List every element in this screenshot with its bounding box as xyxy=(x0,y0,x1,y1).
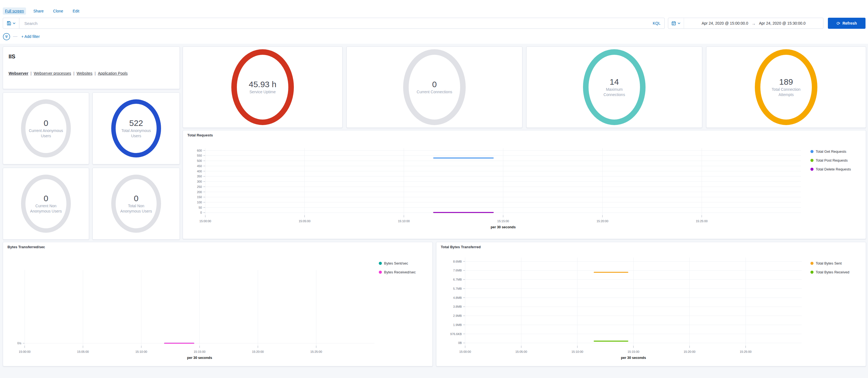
date-quick-menu-button[interactable] xyxy=(668,18,684,29)
panel-maximum-connections: 14 Maximum Connections xyxy=(526,46,702,128)
svg-text:250: 250 xyxy=(197,185,202,188)
link-application-pools[interactable]: Application Pools xyxy=(98,71,128,75)
link-separator: | xyxy=(95,71,96,75)
panel-current-connections: 0 Current Connections xyxy=(346,46,522,128)
link-websites[interactable]: Websites xyxy=(76,71,92,75)
svg-text:15:15:00: 15:15:00 xyxy=(627,350,640,353)
legend-item[interactable]: Total Delete Requests xyxy=(810,167,851,171)
svg-text:200: 200 xyxy=(197,190,202,194)
refresh-label: Refresh xyxy=(842,21,857,26)
panel-iis-links: IIS Webserver|Webserver processes|Websit… xyxy=(3,46,180,89)
total-requests-legend: Total Get Requests Total Post Requests T… xyxy=(810,149,851,171)
saved-query-menu-button[interactable] xyxy=(3,18,19,29)
legend-dot xyxy=(810,271,813,274)
svg-text:15:00:00: 15:00:00 xyxy=(199,219,211,223)
share-link[interactable]: Share xyxy=(31,7,45,15)
date-range-end[interactable]: Apr 24, 2020 @ 15:30:00.0 xyxy=(759,21,805,26)
chevron-down-icon xyxy=(13,23,16,24)
svg-text:6.7MB: 6.7MB xyxy=(453,278,462,281)
svg-text:2.9MB: 2.9MB xyxy=(453,314,462,317)
panel-total-anonymous-users: 522 Total Anonymous Users xyxy=(92,92,180,164)
legend-dot xyxy=(810,159,813,162)
filter-icon[interactable] xyxy=(3,33,10,40)
legend-dot xyxy=(810,150,813,153)
svg-text:15:05:00: 15:05:00 xyxy=(77,350,89,353)
panel-total-non-anonymous-users: 0 Total Non Anonymous Users xyxy=(92,168,180,240)
total-bytes-chart: 0B976.6KB1.9MB2.9MB3.8MB4.8MB5.7MB6.7MB7… xyxy=(436,242,866,366)
legend-item[interactable]: Total Bytes Received xyxy=(810,270,849,275)
date-range-picker[interactable]: Apr 24, 2020 @ 15:00:00.0 → Apr 24, 2020… xyxy=(668,18,824,29)
svg-text:0: 0 xyxy=(200,211,202,214)
panel-total-requests: Total Requests 0501001502002503003504004… xyxy=(183,130,866,239)
gauge-value: 0 xyxy=(44,194,49,203)
svg-text:15:15:00: 15:15:00 xyxy=(497,219,509,223)
refresh-icon: ⟳ xyxy=(836,21,840,26)
svg-text:15:20:00: 15:20:00 xyxy=(596,219,609,223)
legend-dot xyxy=(379,271,382,274)
dashboard-menu: Full screen Share Clone Edit xyxy=(3,7,82,15)
panel-total-bytes: Total Bytes Transferred 0B976.6KB1.9MB2.… xyxy=(436,242,866,367)
svg-text:15:10:00: 15:10:00 xyxy=(571,350,583,353)
svg-text:4.8MB: 4.8MB xyxy=(453,296,462,300)
svg-text:15:00:00: 15:00:00 xyxy=(459,350,471,353)
gauge-value: 0 xyxy=(44,119,49,128)
svg-text:50: 50 xyxy=(199,206,202,209)
svg-text:1.9MB: 1.9MB xyxy=(453,323,462,326)
svg-text:450: 450 xyxy=(197,164,202,168)
gauge-value: 189 xyxy=(779,77,793,86)
query-language-button[interactable]: KQL xyxy=(653,21,660,26)
svg-text:7.6MB: 7.6MB xyxy=(453,269,462,272)
date-range-start[interactable]: Apr 24, 2020 @ 15:00:00.0 xyxy=(702,21,748,26)
svg-text:15:25:00: 15:25:00 xyxy=(740,350,752,353)
gauge-label: Current Non Anonymous Users xyxy=(28,203,64,213)
svg-text:350: 350 xyxy=(197,175,202,178)
clone-link[interactable]: Clone xyxy=(51,7,66,15)
total-bytes-legend: Total Bytes Sent Total Bytes Received xyxy=(810,261,849,275)
svg-text:15:15:00: 15:15:00 xyxy=(194,350,206,353)
gauge-value: 0 xyxy=(432,80,437,89)
legend-item[interactable]: Bytes Received/sec xyxy=(379,270,415,275)
legend-item[interactable]: Total Bytes Sent xyxy=(810,261,849,266)
svg-text:100: 100 xyxy=(197,200,202,204)
panel-service-uptime: 45.93 h Service Uptime xyxy=(183,46,343,128)
svg-text:per 30 seconds: per 30 seconds xyxy=(187,356,212,360)
legend-dot xyxy=(810,262,813,265)
full-screen-link[interactable]: Full screen xyxy=(3,7,26,15)
total-requests-chart: 05010015020025030035040045050055060015:0… xyxy=(183,130,866,239)
svg-text:15:00:00: 15:00:00 xyxy=(19,350,31,353)
svg-text:15:05:00: 15:05:00 xyxy=(299,219,310,223)
svg-text:8.6MB: 8.6MB xyxy=(453,260,462,263)
iis-links: Webserver|Webserver processes|Websites|A… xyxy=(8,71,128,75)
iis-title: IIS xyxy=(8,54,15,60)
legend-item[interactable]: Bytes Sent/sec xyxy=(379,261,415,266)
search-input[interactable]: Search KQL xyxy=(19,18,664,29)
save-icon xyxy=(7,21,11,26)
link-separator: | xyxy=(73,71,74,75)
svg-text:0B: 0B xyxy=(458,341,462,345)
bytes-per-sec-chart: 0/s15:00:0015:05:0015:10:0015:15:0015:20… xyxy=(3,242,432,366)
legend-item[interactable]: Total Post Requests xyxy=(810,158,851,163)
edit-link[interactable]: Edit xyxy=(70,7,81,15)
svg-text:15:10:00: 15:10:00 xyxy=(135,350,147,353)
gauge-label: Total Connection Attempts xyxy=(768,87,804,97)
date-range-arrow: → xyxy=(751,21,756,26)
link-webserver-processes[interactable]: Webserver processes xyxy=(34,71,71,75)
add-filter-button[interactable]: + Add filter xyxy=(21,34,40,39)
gauge-label: Service Uptime xyxy=(245,89,281,94)
search-placeholder: Search xyxy=(24,21,38,26)
gauge-label: Maximum Connections xyxy=(596,87,632,97)
legend-dot xyxy=(379,262,382,265)
gauge-value: 0 xyxy=(134,194,138,203)
svg-text:5.7MB: 5.7MB xyxy=(453,287,462,290)
panel-current-non-anonymous-users: 0 Current Non Anonymous Users xyxy=(3,168,89,240)
gauge-label: Total Anonymous Users xyxy=(118,128,154,138)
link-webserver[interactable]: Webserver xyxy=(8,71,28,75)
legend-item[interactable]: Total Get Requests xyxy=(810,149,851,154)
chevron-down-icon xyxy=(678,23,680,24)
svg-text:15:05:00: 15:05:00 xyxy=(515,350,527,353)
refresh-button[interactable]: ⟳ Refresh xyxy=(828,18,866,29)
gauge-value: 522 xyxy=(129,119,143,128)
svg-text:600: 600 xyxy=(197,149,202,152)
svg-text:550: 550 xyxy=(197,154,202,157)
filter-bar: + Add filter xyxy=(3,33,40,40)
